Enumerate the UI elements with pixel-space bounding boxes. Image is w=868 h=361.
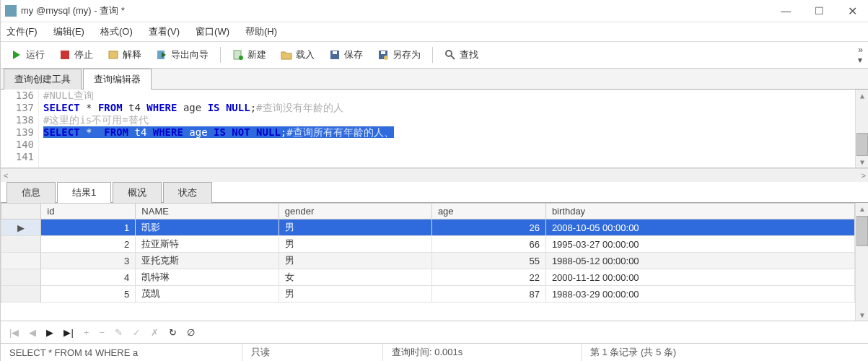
cell-age[interactable]: 22	[431, 269, 545, 286]
nav-prev[interactable]: ◀	[29, 327, 36, 338]
tab-result1[interactable]: 结果1	[57, 182, 111, 203]
nav-null[interactable]: ∅	[187, 327, 195, 338]
status-time: 查询时间: 0.001s	[383, 344, 582, 361]
status-sql: SELECT * FROM t4 WHERE a	[1, 344, 242, 361]
nav-last[interactable]: ▶|	[63, 327, 73, 338]
tab-profile[interactable]: 概况	[113, 182, 162, 203]
cell-birthday[interactable]: 1988-03-29 00:00:00	[545, 286, 854, 303]
table-row[interactable]: 5茂凯男871988-03-29 00:00:00	[1, 286, 855, 303]
menu-edit[interactable]: 编辑(E)	[53, 25, 84, 38]
col-birthday[interactable]: birthday	[545, 204, 854, 219]
menu-file[interactable]: 文件(F)	[6, 25, 38, 38]
menu-view[interactable]: 查看(V)	[149, 25, 180, 38]
status-readonly: 只读	[242, 344, 383, 361]
nav-delete[interactable]: −	[99, 327, 105, 338]
col-age[interactable]: age	[431, 204, 545, 219]
col-id[interactable]: id	[41, 204, 136, 219]
editor-tabs: 查询创建工具 查询编辑器	[1, 69, 868, 90]
col-NAME[interactable]: NAME	[136, 204, 279, 219]
cell-id[interactable]: 3	[41, 253, 136, 269]
saveas-button[interactable]: 另存为	[372, 46, 426, 64]
table-row[interactable]: ▶1凯影男262008-10-05 00:00:00	[1, 219, 855, 236]
save-icon	[329, 49, 341, 61]
editor-hscroll[interactable]: <>	[1, 168, 868, 182]
scroll-down-icon[interactable]: ▼	[860, 156, 864, 168]
nav-cancel[interactable]: ✗	[151, 327, 159, 338]
cell-id[interactable]: 4	[41, 269, 136, 286]
stop-icon	[59, 49, 71, 61]
sql-editor[interactable]: 136137138139140141 #NULL查询SELECT * FROM …	[1, 90, 868, 168]
cell-gender[interactable]: 男	[279, 286, 431, 303]
record-nav: |◀ ◀ ▶ ▶| + − ✎ ✓ ✗ ↻ ∅	[1, 321, 868, 343]
scroll-up-icon[interactable]: ▲	[860, 90, 864, 101]
save-button[interactable]: 保存	[323, 46, 369, 64]
cell-NAME[interactable]: 凯影	[136, 219, 279, 236]
menu-format[interactable]: 格式(O)	[100, 25, 133, 38]
nav-next[interactable]: ▶	[46, 327, 53, 338]
find-button[interactable]: 查找	[439, 46, 484, 64]
nav-first[interactable]: |◀	[9, 327, 19, 338]
minimize-button[interactable]: —	[769, 0, 802, 22]
table-row[interactable]: 4凯特琳女222000-11-12 00:00:00	[1, 269, 855, 286]
cell-NAME[interactable]: 凯特琳	[136, 269, 279, 286]
row-header	[1, 204, 41, 219]
table-row[interactable]: 3亚托克斯男551988-05-12 00:00:00	[1, 253, 855, 269]
cell-age[interactable]: 87	[431, 286, 545, 303]
cell-gender[interactable]: 女	[279, 269, 431, 286]
menu-window[interactable]: 窗口(W)	[196, 25, 229, 38]
tab-info[interactable]: 信息	[6, 182, 56, 203]
cell-NAME[interactable]: 亚托克斯	[136, 253, 279, 269]
cell-age[interactable]: 26	[431, 219, 545, 236]
nav-add[interactable]: +	[84, 327, 89, 338]
export-button[interactable]: 导出向导	[150, 46, 214, 64]
nav-apply[interactable]: ✓	[133, 327, 141, 338]
row-indicator	[1, 236, 41, 253]
nav-refresh[interactable]: ↻	[169, 327, 177, 338]
cell-age[interactable]: 66	[431, 236, 545, 253]
statusbar: SELECT * FROM t4 WHERE a 只读 查询时间: 0.001s…	[1, 343, 868, 361]
tab-status[interactable]: 状态	[163, 182, 212, 203]
svg-marker-0	[13, 51, 20, 59]
load-button[interactable]: 载入	[275, 46, 320, 64]
cell-NAME[interactable]: 茂凯	[136, 286, 279, 303]
close-button[interactable]: ✕	[836, 0, 868, 22]
cell-id[interactable]: 2	[41, 236, 136, 253]
scroll-thumb[interactable]	[856, 133, 868, 156]
cell-birthday[interactable]: 1995-03-27 00:00:00	[545, 236, 854, 253]
explain-button[interactable]: 解释	[102, 46, 147, 64]
result-tabs: 信息 结果1 概况 状态	[1, 182, 868, 203]
scroll-up-icon[interactable]: ▲	[859, 203, 866, 214]
menu-help[interactable]: 帮助(H)	[245, 25, 277, 38]
svg-rect-1	[61, 51, 69, 59]
scroll-thumb[interactable]	[856, 216, 868, 246]
toolbar-overflow[interactable]: »▾	[852, 45, 868, 65]
cell-NAME[interactable]: 拉亚斯特	[136, 236, 279, 253]
cell-id[interactable]: 1	[41, 219, 136, 236]
stop-button[interactable]: 停止	[53, 46, 99, 64]
code-area[interactable]: #NULL查询SELECT * FROM t4 WHERE age IS NUL…	[39, 90, 855, 168]
tab-editor[interactable]: 查询编辑器	[83, 69, 152, 90]
titlebar: my @mysql (my) - 查询 * — ☐ ✕	[1, 0, 868, 22]
result-grid[interactable]: idNAMEgenderagebirthday▶1凯影男262008-10-05…	[1, 203, 855, 321]
new-button[interactable]: 新建	[227, 46, 272, 64]
maximize-button[interactable]: ☐	[802, 0, 836, 22]
cell-birthday[interactable]: 2000-11-12 00:00:00	[545, 269, 854, 286]
cell-birthday[interactable]: 1988-05-12 00:00:00	[545, 253, 854, 269]
col-gender[interactable]: gender	[279, 204, 431, 219]
cell-gender[interactable]: 男	[279, 236, 431, 253]
run-button[interactable]: 运行	[5, 46, 51, 64]
status-record: 第 1 条记录 (共 5 条)	[582, 344, 868, 361]
cell-age[interactable]: 55	[431, 253, 545, 269]
table-row[interactable]: 2拉亚斯特男661995-03-27 00:00:00	[1, 236, 855, 253]
separator	[220, 47, 221, 63]
nav-edit[interactable]: ✎	[115, 327, 123, 338]
tab-builder[interactable]: 查询创建工具	[4, 69, 82, 90]
scroll-down-icon[interactable]: ▼	[859, 309, 866, 321]
cell-birthday[interactable]: 2008-10-05 00:00:00	[545, 219, 854, 236]
editor-vscroll[interactable]: ▲ ▼	[855, 90, 868, 168]
cell-gender[interactable]: 男	[279, 219, 431, 236]
cell-id[interactable]: 5	[41, 286, 136, 303]
grid-vscroll[interactable]: ▲ ▼	[855, 203, 868, 321]
row-indicator: ▶	[1, 219, 41, 236]
cell-gender[interactable]: 男	[279, 253, 431, 269]
